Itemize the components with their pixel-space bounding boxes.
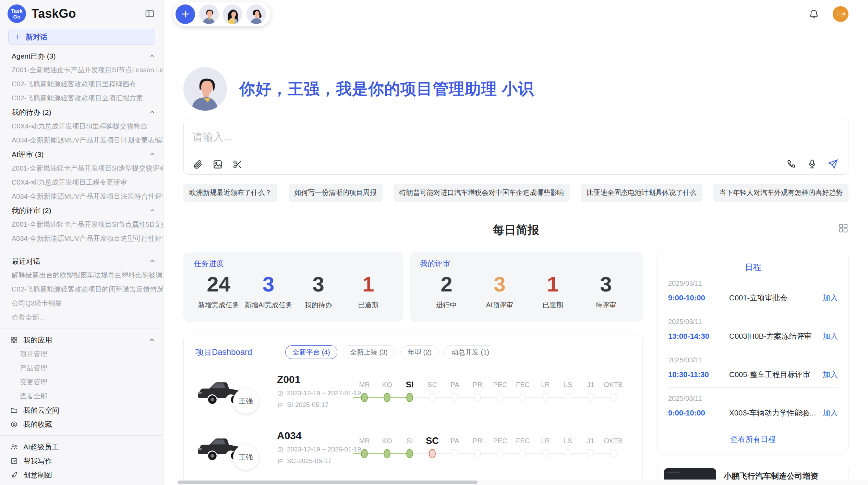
join-link[interactable]: 加入	[823, 331, 838, 341]
sidebar-task-item[interactable]: A034-全新新能源MUV产品开发项目造型可行性评审	[0, 232, 163, 246]
sidebar-item-help-write[interactable]: 帮我写作	[0, 454, 163, 468]
composer-placeholder: 请输入...	[193, 130, 232, 144]
milestone-dot-todo	[519, 393, 526, 402]
sidebar-item-ai-staff[interactable]: AI超级员工	[0, 440, 163, 454]
schedule-date: 2025/03/11	[668, 318, 838, 326]
stat-label: AI预评审	[473, 300, 526, 310]
mic-icon[interactable]	[807, 159, 817, 169]
schedule-time: 9:00-10:00	[668, 294, 729, 302]
schedule-time: 13:00-14:30	[668, 332, 729, 341]
tab-platform[interactable]: 全新平台 (4)	[285, 345, 337, 359]
sidebar-task-item[interactable]: Z001-全新燃油轻卡产品开发项目SI节点属性5D文件评审	[0, 217, 163, 232]
notification-bell-icon[interactable]	[809, 9, 819, 19]
sidebar-item-change-mgmt[interactable]: 变更管理	[0, 375, 163, 389]
join-link[interactable]: 加入	[823, 370, 838, 380]
chevron-up-icon[interactable]	[149, 258, 156, 265]
daily-briefing-header: 每日简报	[183, 222, 848, 237]
image-icon[interactable]	[213, 159, 223, 170]
project-info: Z001 2023-12-19 ~ 2027-01-19 SI-2025-05-…	[268, 374, 350, 409]
write-doc-icon	[10, 457, 18, 465]
tab-powertrain[interactable]: 动总开发 (1)	[444, 345, 496, 359]
suggestion-chip[interactable]: 欧洲新规最近颁布了什么？	[183, 184, 277, 202]
chevron-up-icon[interactable]	[149, 207, 156, 214]
stat-label: 待评审	[579, 300, 632, 310]
sidebar-item-my-favorites[interactable]: 我的收藏	[0, 417, 163, 431]
project-flag-date: SI-2025-05-17	[287, 401, 328, 409]
recent-chat-item[interactable]: C02-飞腾新能源轻客改款项目的闭环通告反馈情况	[0, 282, 163, 296]
tab-model-year[interactable]: 年型 (2)	[400, 345, 439, 359]
sidebar-item-project-mgmt[interactable]: 项目管理	[0, 347, 163, 361]
chevron-up-icon[interactable]	[149, 109, 156, 116]
horizontal-scrollbar	[177, 480, 868, 485]
sidebar-task-item[interactable]: C02-飞腾新能源轻客改款项目立项汇报方案	[0, 91, 163, 105]
chevron-up-icon[interactable]	[149, 337, 156, 344]
sidebar-task-item[interactable]: C0X4-动力总成开发项目SI里程碑提交物检查	[0, 119, 163, 133]
milestone-dot-done	[384, 449, 390, 458]
sidebar-item-product-mgmt[interactable]: 产品管理	[0, 361, 163, 375]
join-link[interactable]: 加入	[823, 408, 838, 418]
tab-upfit[interactable]: 全新上装 (3)	[343, 345, 395, 359]
suggestion-chip[interactable]: 如何写一份清晰的项目周报	[289, 184, 383, 202]
send-icon[interactable]	[828, 159, 839, 170]
stat-label: 新增完成任务	[194, 300, 244, 310]
sidebar-item-creative-draw[interactable]: 创意制图	[0, 468, 163, 482]
project-row[interactable]: 王强 A034 2023-12-19 ~ 2026-01-19 SC-2025-…	[195, 425, 631, 470]
suggestion-chip[interactable]: 比亚迪全固态电池计划具体说了什么	[581, 184, 702, 202]
chevron-up-icon[interactable]	[149, 53, 156, 60]
sidebar-item-my-apps[interactable]: 我的应用	[0, 333, 163, 347]
assistant-avatar[interactable]	[199, 4, 219, 24]
scissors-icon[interactable]	[232, 159, 243, 170]
schedule-card: 日程 2025/03/11 9:00-10:00 C001-立项审批会 加入 2…	[658, 252, 848, 453]
view-all-schedule-link[interactable]: 查看所有日程	[668, 426, 838, 447]
sidebar-task-item[interactable]: A034-全新新能源MUV产品开发项目法规符合性评审	[0, 189, 163, 203]
sidebar-collapse-icon[interactable]	[145, 9, 155, 19]
stats-row: 任务进度 24新增完成任务 3新增AI完成任务 3我的待办 1已逾期 我的评审 …	[183, 252, 643, 322]
recent-chat-item[interactable]: 公司Q3轻卡销量	[0, 296, 163, 310]
main-area: 王强 你好，王强，我是你的项目管理助理 小识 请输入...	[164, 0, 868, 485]
recent-chat-item[interactable]: 解释最新出台的欧盟报废车法规再生塑料比例被调至15%...	[0, 268, 163, 282]
sidebar-task-item[interactable]: C0X4-动力总成开发项目工程变更评审	[0, 175, 163, 189]
schedule-name: X003-车辆动力学性能验...	[729, 408, 823, 418]
section-agent-done: Agent已办 (3)	[0, 49, 163, 63]
owner-badge: 王强	[233, 445, 258, 470]
sidebar-apps-view-all[interactable]: 查看全部...	[0, 389, 163, 403]
plus-icon	[14, 33, 22, 41]
suggestion-chip[interactable]: 特朗普可能对进口汽车增税会对中国车企造成哪些影响	[394, 184, 570, 202]
sidebar-task-item[interactable]: C02-飞腾新能源轻客改款项目里程碑画布	[0, 77, 163, 91]
sidebar-task-item[interactable]: A034-全新新能源MUV产品开发项目计划变更表编写	[0, 133, 163, 147]
chevron-up-icon[interactable]	[149, 151, 156, 158]
sidebar-task-item[interactable]: Z001-全新燃油轻卡产品开发项目SI造型提交物评审	[0, 161, 163, 175]
milestone-dot-todo	[587, 449, 594, 458]
section-ai-review: AI评审 (3)	[0, 147, 163, 161]
topbar-right: 王强	[809, 6, 848, 22]
stat-label: 新增AI完成任务	[244, 300, 294, 310]
milestone-dot-todo	[565, 393, 571, 402]
attach-icon[interactable]	[193, 159, 203, 170]
message-composer[interactable]: 请输入...	[183, 119, 848, 175]
milestone-dot-done	[384, 393, 390, 402]
stat-value: 3	[473, 272, 526, 297]
owner-badge: 王强	[233, 388, 258, 414]
greeting-block: 你好，王强，我是你的项目管理助理 小识	[183, 67, 848, 111]
milestone-dot-overdue	[429, 449, 436, 458]
new-chat-button[interactable]: 新对话	[8, 29, 155, 45]
task-progress-card: 任务进度 24新增完成任务 3新增AI完成任务 3我的待办 1已逾期	[183, 252, 403, 322]
milestone-dot-todo	[542, 449, 549, 458]
add-assistant-button[interactable]	[176, 4, 195, 24]
layout-grid-icon[interactable]	[838, 223, 848, 233]
user-avatar[interactable]: 王强	[833, 6, 848, 22]
project-flag-date: SC-2025-05-17	[287, 457, 331, 465]
scrollbar-thumb[interactable]	[178, 481, 478, 484]
users-icon	[10, 443, 18, 451]
suggestion-chip[interactable]: 当下年轻人对汽车外观有怎样的喜好趋势	[713, 184, 848, 202]
project-row[interactable]: 王强 Z001 2023-12-19 ~ 2027-01-19 SI-2025-…	[195, 369, 631, 414]
assistant-avatar[interactable]	[246, 4, 266, 24]
assistant-avatar[interactable]	[223, 4, 242, 24]
sidebar-task-item[interactable]: Z001-全新燃油皮卡产品开发项目SI节点Lesson Learn报告	[0, 63, 163, 77]
schedule-title: 日程	[668, 262, 838, 273]
recent-chat-view-all[interactable]: 查看全部...	[0, 310, 163, 324]
phone-icon[interactable]	[786, 159, 797, 169]
sidebar-item-my-cloud[interactable]: 我的云空间	[0, 403, 163, 417]
milestone-dot-todo	[565, 449, 571, 458]
join-link[interactable]: 加入	[823, 293, 838, 303]
